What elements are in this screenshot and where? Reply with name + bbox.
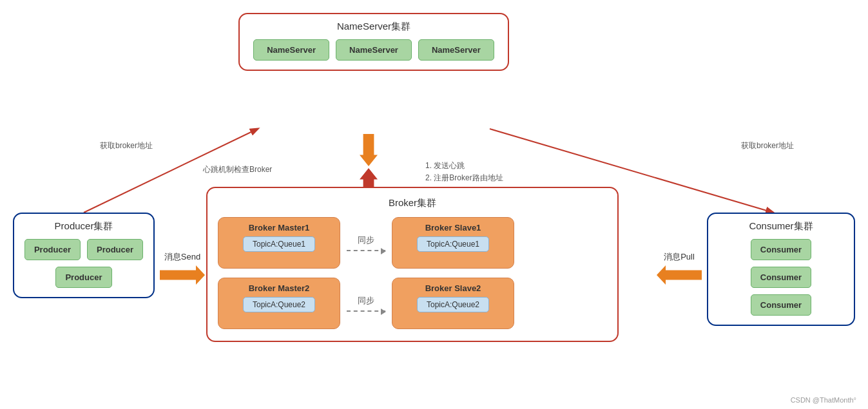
watermark: CSDN @ThatMonth° [791, 396, 856, 404]
broker-cluster: Broker集群 Broker Master1 TopicA:Queue1 同步… [206, 187, 619, 342]
consumer-grid: Consumer Consumer Consumer [717, 239, 845, 316]
broker-row-1: Broker Master1 TopicA:Queue1 同步 Broker S… [218, 217, 607, 269]
consumer-node-2: Consumer [751, 267, 811, 288]
msg-send-block: 消息Send [160, 251, 205, 285]
sync-arrow-1: 同步 [347, 234, 385, 251]
msg-pull-arrow [657, 265, 702, 285]
nameserver-node-2: NameServer [336, 39, 412, 61]
broker-notes: 1. 发送心跳 2. 注册Broker路由地址 [425, 160, 503, 184]
producer-node-3: Producer [55, 267, 111, 288]
nameserver-grid: NameServer NameServer NameServer [250, 39, 497, 61]
heartbeat-label: 心跳机制检查Broker [203, 164, 272, 175]
producer-grid: Producer Producer Producer [23, 239, 144, 288]
broker-master2-title: Broker Master2 [249, 283, 310, 293]
broker-cluster-title: Broker集群 [218, 197, 607, 209]
consumer-node-3: Consumer [751, 294, 811, 316]
sync-label-1: 同步 [358, 234, 374, 246]
note1: 1. 发送心跳 [425, 160, 503, 172]
get-broker-left-label: 获取broker地址 [100, 140, 153, 151]
broker-master1-queue: TopicA:Queue1 [243, 236, 315, 252]
arrow-down-orange [360, 134, 378, 166]
producer-cluster-title: Producer集群 [23, 220, 144, 233]
broker-master2-queue: TopicA:Queue2 [243, 297, 315, 312]
msg-pull-block: 消息Pull [657, 251, 702, 285]
broker-master2: Broker Master2 TopicA:Queue2 [218, 278, 340, 329]
broker-slave2-queue: TopicA:Queue2 [417, 297, 489, 312]
note2: 2. 注册Broker路由地址 [425, 172, 503, 184]
producer-node-1: Producer [24, 239, 81, 260]
consumer-cluster: Consumer集群 Consumer Consumer Consumer [707, 213, 855, 326]
broker-slave2-title: Broker Slave2 [425, 283, 481, 293]
broker-master1: Broker Master1 TopicA:Queue1 [218, 217, 340, 269]
get-broker-right-label: 获取broker地址 [741, 140, 794, 151]
broker-slave1: Broker Slave1 TopicA:Queue1 [392, 217, 514, 269]
broker-grid: Broker Master1 TopicA:Queue1 同步 Broker S… [218, 217, 607, 329]
broker-slave2: Broker Slave2 TopicA:Queue2 [392, 278, 514, 329]
diagram-container: NameServer集群 NameServer NameServer NameS… [0, 0, 868, 409]
nameserver-node-3: NameServer [418, 39, 494, 61]
broker-master1-title: Broker Master1 [249, 223, 310, 233]
msg-pull-label: 消息Pull [664, 251, 695, 263]
broker-slave1-title: Broker Slave1 [425, 223, 481, 233]
dashed-arrow-1 [347, 250, 385, 251]
consumer-cluster-title: Consumer集群 [717, 220, 845, 233]
nameserver-node-1: NameServer [253, 39, 329, 61]
nameserver-cluster: NameServer集群 NameServer NameServer NameS… [238, 13, 509, 71]
producer-node-2: Producer [87, 239, 143, 260]
sync-arrow-2: 同步 [347, 295, 385, 312]
broker-slave1-queue: TopicA:Queue1 [417, 236, 489, 252]
msg-send-label: 消息Send [164, 251, 200, 263]
producer-cluster: Producer集群 Producer Producer Producer [13, 213, 155, 298]
dashed-arrow-2 [347, 310, 385, 312]
nameserver-cluster-title: NameServer集群 [250, 21, 497, 33]
broker-row-2: Broker Master2 TopicA:Queue2 同步 Broker S… [218, 278, 607, 329]
msg-send-arrow [160, 265, 205, 285]
consumer-node-1: Consumer [751, 239, 811, 260]
sync-label-2: 同步 [358, 295, 374, 307]
